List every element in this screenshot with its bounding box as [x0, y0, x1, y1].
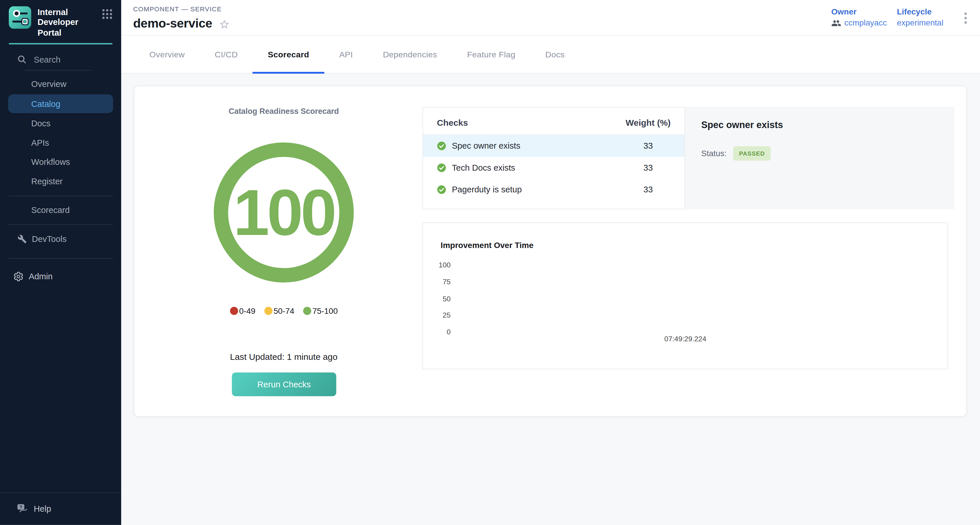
y-tick: 0 [423, 328, 450, 335]
sidebar-item-devtools[interactable]: DevTools [0, 229, 121, 249]
tab-docs[interactable]: Docs [530, 36, 579, 73]
legend-item-low: 0-49 [230, 306, 255, 315]
yellow-dot-icon [264, 307, 272, 315]
y-tick: 100 [423, 261, 450, 269]
sidebar-item-catalog[interactable]: Catalog [8, 95, 113, 114]
sidebar-item-docs[interactable]: Docs [0, 114, 121, 133]
sidebar-item-apis[interactable]: APIs [0, 133, 121, 153]
app-window: Internal Developer Portal Search Overvie… [0, 0, 980, 525]
owner-label[interactable]: Owner [831, 7, 887, 16]
sidebar-nav: Overview Catalog Docs APIs Workflows Reg… [0, 75, 121, 249]
favorite-star-icon[interactable] [218, 19, 230, 30]
legend-item-mid: 50-74 [264, 306, 294, 315]
score-gauge: 100 [214, 143, 354, 283]
logo-row: Internal Developer Portal [0, 0, 121, 38]
table-row[interactable]: Spec owner exists 33 [423, 135, 684, 157]
search-label: Search [33, 55, 60, 64]
owner-block: Owner ccmplayacc [831, 7, 887, 27]
last-updated-text: Last Updated: 1 minute ago [134, 352, 433, 362]
sidebar-item-workflows[interactable]: Workflows [0, 153, 121, 172]
tab-overview[interactable]: Overview [134, 36, 200, 73]
lifecycle-block: Lifecycle experimental [897, 7, 943, 27]
divider [9, 224, 113, 225]
red-dot-icon [230, 307, 238, 315]
status-badge: PASSED [733, 146, 770, 161]
divider [9, 196, 113, 196]
admin-label: Admin [29, 272, 53, 282]
sidebar-item-admin[interactable]: Admin [0, 272, 121, 282]
legend-item-high: 75-100 [303, 306, 338, 315]
divider [9, 258, 113, 259]
sidebar-item-overview[interactable]: Overview [0, 75, 121, 94]
svg-text:?: ? [20, 505, 22, 510]
x-tick: 07:49:29.224 [423, 335, 948, 342]
owner-value-link[interactable]: ccmplayacc [845, 18, 887, 27]
help-label: Help [33, 504, 51, 514]
status-label: Status: [701, 149, 727, 158]
logo-divider [9, 43, 113, 45]
check-detail-panel: Spec owner exists Status: PASSED [685, 107, 955, 210]
y-tick: 50 [423, 295, 450, 302]
check-detail-title: Spec owner exists [701, 119, 938, 130]
page-title: demo-service [133, 16, 212, 31]
more-options-kebab-icon[interactable] [963, 11, 968, 25]
checks-section: Checks Weight (%) Spec owner exists 33 T… [423, 107, 955, 210]
sidebar-item-help[interactable]: ? Help [0, 493, 121, 525]
app-logo-icon [9, 6, 31, 29]
sidebar-item-register[interactable]: Register [0, 172, 121, 191]
scorecard-heading: Catalog Readiness Scorecard [134, 107, 433, 116]
gauge-section: Catalog Readiness Scorecard 100 0-49 50-… [134, 86, 433, 417]
column-checks: Checks [437, 117, 612, 127]
y-tick: 75 [423, 278, 450, 286]
sidebar-item-scorecard[interactable]: Scorecard [0, 201, 121, 220]
green-dot-icon [303, 307, 311, 315]
wrench-icon [18, 235, 27, 244]
y-tick: 25 [423, 311, 450, 319]
main-area: COMPONENT — SERVICE demo-service Owner [121, 0, 980, 525]
check-passed-icon [437, 185, 446, 194]
entity-tabs: Overview CI/CD Scorecard API Dependencie… [121, 36, 980, 74]
lifecycle-label[interactable]: Lifecycle [897, 7, 943, 16]
sidebar: Internal Developer Portal Search Overvie… [0, 0, 121, 525]
table-row[interactable]: Pagerduty is setup 33 [423, 179, 684, 200]
sidebar-search[interactable]: Search [0, 55, 121, 65]
group-icon [831, 19, 842, 26]
tab-api[interactable]: API [324, 36, 368, 73]
rerun-checks-button[interactable]: Rerun Checks [232, 372, 336, 396]
score-value: 100 [233, 180, 334, 245]
chart-title: Improvement Over Time [441, 240, 534, 250]
improvement-chart-card: Improvement Over Time 100 75 50 25 0 07:… [423, 223, 948, 369]
score-legend: 0-49 50-74 75-100 [134, 306, 433, 315]
tab-scorecard[interactable]: Scorecard [253, 36, 324, 73]
checks-table-header: Checks Weight (%) [423, 108, 684, 135]
search-icon [17, 55, 27, 65]
apps-grid-icon[interactable] [102, 9, 113, 19]
app-title: Internal Developer Portal [37, 8, 97, 38]
entity-header: COMPONENT — SERVICE demo-service Owner [121, 0, 980, 36]
tab-cicd[interactable]: CI/CD [200, 36, 253, 73]
checks-table: Checks Weight (%) Spec owner exists 33 T… [423, 107, 685, 210]
tab-dependencies[interactable]: Dependencies [368, 36, 452, 73]
table-row[interactable]: Tech Docs exists 33 [423, 157, 684, 178]
lifecycle-value-link[interactable]: experimental [897, 18, 943, 27]
tab-feature-flag[interactable]: Feature Flag [452, 36, 530, 73]
help-chat-icon: ? [17, 504, 28, 515]
check-passed-icon [437, 141, 446, 150]
column-weight: Weight (%) [612, 117, 684, 127]
breadcrumb: COMPONENT — SERVICE [133, 5, 222, 13]
scorecard-card: Catalog Readiness Scorecard 100 0-49 50-… [134, 86, 967, 417]
check-passed-icon [437, 163, 446, 172]
scorecard-content: Catalog Readiness Scorecard 100 0-49 50-… [121, 74, 980, 525]
gear-icon [13, 272, 24, 282]
divider [25, 70, 91, 71]
